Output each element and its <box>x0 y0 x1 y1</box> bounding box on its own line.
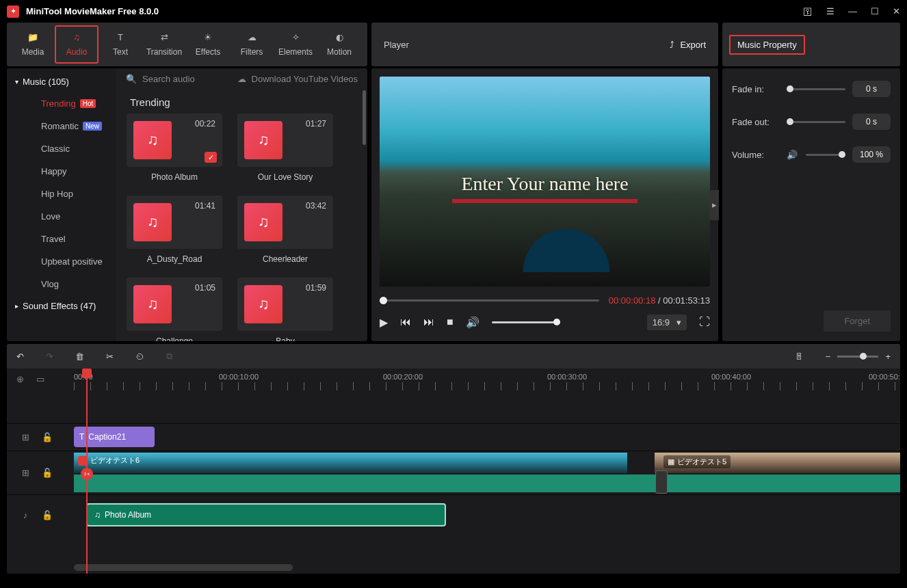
hot-badge: Hot <box>80 99 96 108</box>
audio-track: ♪ 🔓 ♫ Photo Album <box>7 494 900 535</box>
timeline-scrollbar[interactable] <box>74 564 293 571</box>
tab-effects[interactable]: ☀ Effects <box>186 25 230 64</box>
fullscreen-button[interactable]: ⛶ <box>699 316 710 328</box>
speaker-icon[interactable]: 🔊 <box>787 150 798 160</box>
next-frame-button[interactable]: ⏭ <box>423 316 434 328</box>
hamburger-menu-icon[interactable]: ☰ <box>826 6 834 16</box>
video-preview[interactable]: Enter Your name here <box>380 77 710 286</box>
split-button[interactable]: ✂ <box>106 351 114 362</box>
prev-frame-button[interactable]: ⏮ <box>400 316 411 328</box>
forget-button[interactable]: Forget <box>824 310 891 332</box>
redo-button[interactable]: ↷ <box>46 351 53 362</box>
aspect-ratio-select[interactable]: 16:9 ▾ <box>647 315 687 330</box>
tab-motion[interactable]: ◐ Motion <box>317 25 361 64</box>
zoom-slider[interactable] <box>837 356 878 358</box>
search-input[interactable]: Search audio <box>142 74 195 84</box>
fade-in-slider[interactable] <box>787 88 845 90</box>
title-text-overlay: Enter Your name here <box>380 173 710 203</box>
ruler-label: 00:00:10:00 <box>219 373 259 381</box>
property-header-bar: Music Property <box>722 23 900 66</box>
audio-thumb[interactable]: ♫01:05Challenge <box>126 278 223 341</box>
undo-button[interactable]: ↶ <box>16 351 24 362</box>
volume-slider[interactable] <box>492 321 560 323</box>
sidebar-item-trending[interactable]: Trending Hot <box>7 92 116 115</box>
track-lock-icon[interactable]: 🔓 <box>41 431 53 444</box>
sidebar-item-love[interactable]: Love <box>7 205 116 228</box>
audio-thumb-name: Cheerleader <box>263 254 308 264</box>
sidebar-item-travel[interactable]: Travel <box>7 228 116 250</box>
app-title: MiniTool MovieMaker Free 8.0.0 <box>26 6 803 16</box>
tab-text[interactable]: T Text <box>98 25 142 64</box>
sidebar-item-vlog[interactable]: Vlog <box>7 273 116 295</box>
music-note-icon: ♫ <box>73 32 80 44</box>
fade-in-value[interactable]: 0 s <box>852 81 891 97</box>
scrollbar[interactable] <box>363 90 366 145</box>
track-type-audio-icon[interactable]: ♪ <box>19 509 31 522</box>
search-icon: 🔍 <box>126 74 137 84</box>
audio-grid-area: 🔍 Search audio ☁ Download YouTube Videos… <box>116 68 367 341</box>
track-lock-icon[interactable]: 🔓 <box>41 509 53 522</box>
track-type-video-icon[interactable]: ⊞ <box>19 467 31 479</box>
sidebar-item-upbeat[interactable]: Upbeat positive <box>7 250 116 273</box>
zoom-out-button[interactable]: − <box>826 351 831 362</box>
sidebar-item-classic[interactable]: Classic <box>7 137 116 160</box>
panel-collapse-button[interactable]: ▸ <box>709 190 719 220</box>
current-time: 00:00:00:18 <box>609 295 656 306</box>
audio-library-panel: ▾ Music (105) Trending Hot Romantic New … <box>7 68 367 341</box>
export-button[interactable]: ⤴ Export <box>670 40 706 50</box>
audio-thumb[interactable]: ♫03:42Cheerleader <box>237 196 334 264</box>
music-property-button[interactable]: Music Property <box>729 35 805 55</box>
playhead[interactable] <box>86 369 88 574</box>
sfx-group-header[interactable]: ▸ Sound Effects (47) <box>7 295 116 317</box>
audio-duration: 01:59 <box>306 283 326 293</box>
tab-media[interactable]: 📁 Media <box>11 25 55 64</box>
track-type-caption-icon[interactable]: ⊞ <box>19 431 31 444</box>
tab-audio[interactable]: ♫ Audio <box>55 25 98 64</box>
player-label: Player <box>384 40 409 50</box>
minimize-button[interactable]: — <box>848 6 857 16</box>
audio-thumb[interactable]: ♫01:59Baby <box>237 278 334 341</box>
sidebar-item-hiphop[interactable]: Hip Hop <box>7 183 116 205</box>
tab-filters[interactable]: ☁ Filters <box>230 25 274 64</box>
tab-transition[interactable]: ⇄ Transition <box>142 25 186 64</box>
audio-thumb[interactable]: ♫00:22✓Photo Album <box>126 113 223 182</box>
scrub-slider[interactable] <box>380 299 599 302</box>
sidebar-item-happy[interactable]: Happy <box>7 160 116 183</box>
time-display: 00:00:00:18 / 00:01:53:13 <box>609 295 710 306</box>
zoom-in-button[interactable]: + <box>885 351 891 362</box>
timeline-audio-icon[interactable]: 🎚 <box>795 351 804 362</box>
download-youtube-link[interactable]: Download YouTube Videos <box>252 74 358 84</box>
volume-prop-slider[interactable] <box>806 154 845 156</box>
tab-text-label: Text <box>113 47 128 57</box>
music-group-label: Music (105) <box>23 77 69 87</box>
audio-thumb[interactable]: ♫01:41A_Dusty_Road <box>126 196 223 264</box>
stop-button[interactable]: ■ <box>447 316 454 328</box>
track-lock-icon[interactable]: 🔓 <box>41 467 53 479</box>
fade-out-slider[interactable] <box>787 121 845 123</box>
volume-icon[interactable]: 🔊 <box>466 316 479 329</box>
transition-handle[interactable] <box>655 470 668 494</box>
speed-button[interactable]: ⏲ <box>135 351 144 362</box>
video-clip-strip[interactable] <box>74 453 900 473</box>
music-group-header[interactable]: ▾ Music (105) <box>7 71 116 92</box>
sidebar-item-romantic[interactable]: Romantic New <box>7 115 116 137</box>
delete-button[interactable]: 🗑 <box>75 351 84 362</box>
volume-prop-value[interactable]: 100 % <box>852 146 891 163</box>
chevron-right-icon: ▸ <box>15 302 18 310</box>
play-button[interactable]: ▶ <box>380 316 388 329</box>
license-key-icon[interactable]: ⚿ <box>803 6 813 17</box>
total-time: 00:01:53:13 <box>663 295 710 306</box>
crop-button[interactable]: ⧉ <box>166 351 172 362</box>
sidebar-item-label: Happy <box>41 166 67 176</box>
fade-out-value[interactable]: 0 s <box>852 113 891 130</box>
video-audio-waveform[interactable] <box>74 475 900 492</box>
audio-clip[interactable]: ♫ Photo Album <box>86 503 446 526</box>
close-button[interactable]: ✕ <box>893 6 900 16</box>
timeline-ruler[interactable]: 00:00 00:00:10:00 00:00:20:00 00:00:30:0… <box>7 369 900 393</box>
cloud-download-icon: ☁ <box>237 74 246 84</box>
tab-elements[interactable]: ✧ Elements <box>274 25 317 64</box>
maximize-button[interactable]: ☐ <box>871 6 879 16</box>
timeline-edit-bar: ↶ ↷ 🗑 ✂ ⏲ ⧉ 🎚 − + <box>7 344 900 369</box>
audio-thumb[interactable]: ♫01:27Our Love Story <box>237 113 334 182</box>
media-tab-bar: 📁 Media ♫ Audio T Text ⇄ Transition ☀ Ef… <box>7 23 367 66</box>
